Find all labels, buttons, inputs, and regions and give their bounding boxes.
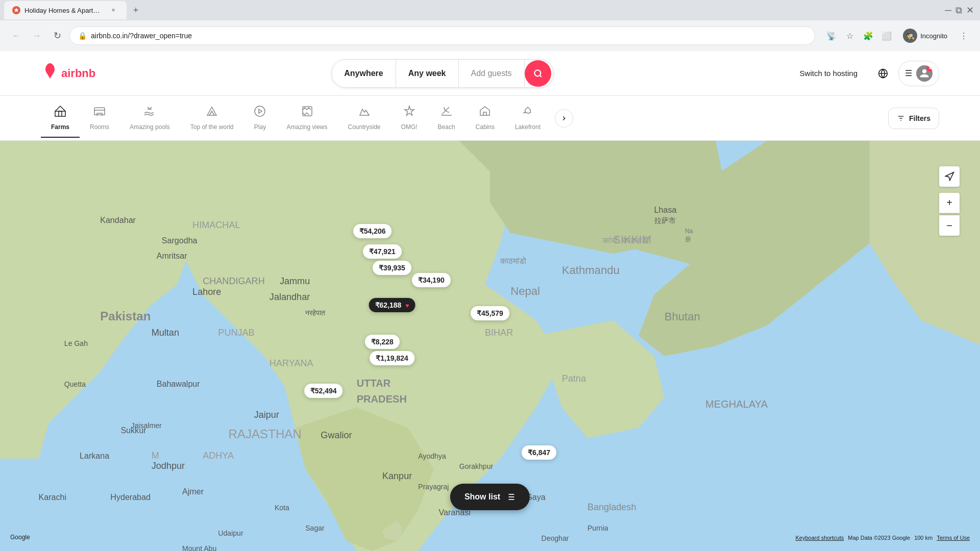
location-button[interactable] — [939, 166, 960, 187]
category-amazing-pools[interactable]: Amazing pools — [119, 99, 180, 138]
address-bar[interactable]: 🔒 airbnb.co.in/?drawer_open=true — [69, 27, 815, 45]
user-menu[interactable]: ☰ 2 — [898, 61, 939, 86]
chrome-menu-btn[interactable]: ⋮ — [955, 28, 972, 44]
category-nav-arrow[interactable] — [555, 109, 573, 128]
svg-text:Ayodhya: Ayodhya — [418, 452, 446, 460]
marker-label-p7: ₹8,228 — [371, 338, 394, 346]
svg-rect-2 — [55, 111, 65, 116]
zoom-out-button[interactable]: − — [939, 215, 960, 236]
svg-text:Na: Na — [685, 228, 693, 235]
svg-text:Hyderabad: Hyderabad — [110, 492, 151, 502]
show-list-button[interactable]: Show list — [450, 484, 530, 510]
guests-segment[interactable]: Add guests — [459, 60, 525, 87]
filters-label: Filters — [909, 114, 930, 122]
category-omg[interactable]: OMG! — [391, 99, 428, 138]
filters-button[interactable]: Filters — [888, 108, 939, 129]
search-button[interactable] — [525, 60, 551, 87]
forward-button[interactable]: → — [29, 28, 45, 44]
price-marker-p2[interactable]: ₹47,921 — [363, 244, 402, 259]
zoom-in-button[interactable]: + — [939, 193, 960, 213]
cast-btn[interactable]: 📡 — [823, 28, 840, 44]
price-marker-p6[interactable]: ₹45,579 — [471, 306, 509, 320]
svg-text:Kota: Kota — [275, 504, 289, 512]
svg-text:Multan: Multan — [152, 328, 179, 338]
tab-favicon — [12, 6, 20, 14]
category-lakefront[interactable]: Lakefront — [505, 99, 551, 138]
anywhere-label: Anywhere — [344, 69, 383, 78]
map-area: Pakistan UTTAR PRADESH RAJASTHAN PUNJAB … — [0, 141, 980, 551]
svg-text:नरहेपात: नरहेपात — [305, 309, 326, 317]
price-marker-p7[interactable]: ₹8,228 — [365, 335, 400, 349]
header: airbnb Anywhere Any week Add guests — [0, 51, 980, 96]
window-btn[interactable]: ⬜ — [878, 28, 895, 44]
refresh-button[interactable]: ↻ — [49, 28, 65, 44]
browser-chrome: Holiday Homes & Apartment Re... × + ─ ⧉ … — [0, 0, 980, 51]
svg-text:Quetta: Quetta — [64, 380, 86, 388]
close-btn[interactable]: ✕ — [966, 5, 974, 16]
avatar: 2 — [916, 65, 933, 82]
svg-text:Purnia: Purnia — [587, 524, 608, 532]
any-week-segment[interactable]: Any week — [396, 60, 459, 87]
svg-text:Karachi: Karachi — [39, 492, 67, 502]
category-play[interactable]: Play — [243, 99, 276, 138]
incognito-label: Incognito — [920, 32, 947, 40]
svg-text:Kanpur: Kanpur — [382, 471, 412, 481]
switch-hosting-button[interactable]: Switch to hosting — [790, 63, 868, 84]
price-marker-p10[interactable]: ₹6,847 — [522, 445, 556, 460]
svg-text:Bahawalpur: Bahawalpur — [157, 379, 201, 388]
back-button[interactable]: ← — [8, 28, 24, 44]
language-button[interactable] — [872, 62, 894, 85]
svg-text:Patna: Patna — [562, 373, 586, 384]
minimize-btn[interactable]: ─ — [945, 5, 951, 16]
logo[interactable]: airbnb — [41, 62, 95, 85]
browser-actions: 📡 ☆ 🧩 ⬜ 🕵 Incognito ⋮ — [823, 27, 972, 45]
notification-badge: 2 — [926, 65, 933, 71]
category-cabins[interactable]: Cabins — [465, 99, 505, 138]
marker-label-p8: ₹1,19,824 — [376, 354, 408, 362]
restore-btn[interactable]: ⧉ — [955, 5, 962, 16]
category-farms[interactable]: Farms — [41, 99, 80, 138]
marker-label-p6: ₹45,579 — [477, 309, 503, 317]
category-rooms[interactable]: Rooms — [80, 99, 119, 138]
svg-text:Nepal: Nepal — [510, 285, 540, 297]
price-marker-p4[interactable]: ₹34,190 — [412, 273, 451, 287]
price-marker-p1[interactable]: ₹54,206 — [353, 224, 392, 238]
logo-text: airbnb — [61, 67, 95, 80]
marker-label-p5: ₹62,188 — [375, 301, 402, 309]
marker-label-p10: ₹6,847 — [528, 448, 550, 457]
svg-text:Larkana: Larkana — [80, 451, 109, 460]
svg-text:HIMACHAL: HIMACHAL — [192, 220, 240, 230]
bookmark-btn[interactable]: ☆ — [842, 28, 858, 44]
tab-title: Holiday Homes & Apartment Re... — [24, 7, 104, 14]
countryside-icon — [358, 105, 371, 120]
svg-text:Jalandhar: Jalandhar — [270, 292, 310, 302]
new-tab-button[interactable]: + — [129, 3, 143, 17]
price-marker-p8[interactable]: ₹1,19,824 — [370, 351, 414, 365]
category-amazing-views[interactable]: Amazing views — [276, 99, 337, 138]
rooms-icon — [93, 105, 106, 120]
incognito-profile-btn[interactable]: 🕵 Incognito — [897, 27, 953, 45]
svg-text:Kathmandu: Kathmandu — [562, 264, 620, 277]
marker-label-p3: ₹39,935 — [379, 264, 405, 272]
category-beach[interactable]: Beach — [428, 99, 465, 138]
incognito-avatar: 🕵 — [903, 29, 917, 43]
search-container[interactable]: Anywhere Any week Add guests — [331, 59, 553, 88]
url-text: airbnb.co.in/?drawer_open=true — [91, 32, 192, 40]
svg-text:Jaisalmer: Jaisalmer — [131, 421, 161, 430]
category-top-of-world[interactable]: Top of the world — [180, 99, 244, 138]
keyboard-shortcuts[interactable]: Keyboard shortcuts — [795, 535, 844, 541]
search-bar: Anywhere Any week Add guests — [116, 59, 769, 88]
tab-close-btn[interactable]: × — [108, 5, 118, 15]
hamburger-icon: ☰ — [905, 68, 912, 78]
category-countryside[interactable]: Countryside — [338, 99, 391, 138]
terms-of-use[interactable]: Terms of Use — [937, 535, 970, 541]
extensions-btn[interactable]: 🧩 — [860, 28, 876, 44]
map-footer-links: Keyboard shortcuts Map Data ©2023 Google… — [795, 535, 970, 541]
price-marker-p5[interactable]: ₹62,188 ♥ — [369, 298, 415, 312]
anywhere-segment[interactable]: Anywhere — [332, 60, 396, 87]
svg-text:Gwalior: Gwalior — [321, 430, 352, 440]
lock-icon: 🔒 — [78, 32, 87, 40]
active-tab[interactable]: Holiday Homes & Apartment Re... × — [4, 1, 127, 19]
price-marker-p9[interactable]: ₹52,494 — [304, 384, 343, 398]
price-marker-p3[interactable]: ₹39,935 — [373, 261, 411, 275]
